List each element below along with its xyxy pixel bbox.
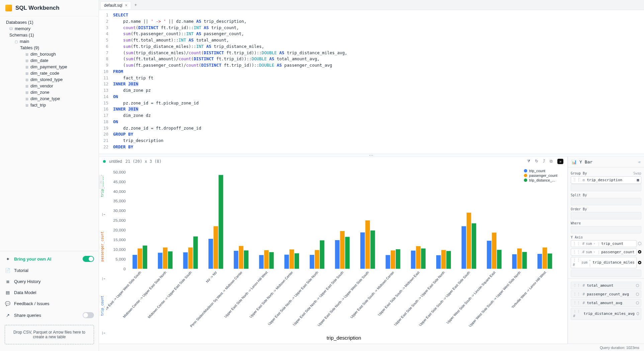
groupby-label: Group By — [571, 171, 587, 175]
add-tab-button[interactable]: + — [131, 2, 141, 7]
export-icon[interactable]: ⤴ — [543, 159, 545, 164]
yaxis-field-row[interactable]: ⋮⋮ #sum▾ |passenger_count — [571, 249, 641, 256]
svg-rect-64 — [467, 213, 471, 269]
orderby-label: Order By — [571, 207, 587, 211]
table-node[interactable]: fact_trip — [3, 102, 99, 108]
svg-rect-65 — [472, 223, 476, 269]
chart-config-pane: 📊 Y Bar « Group BySwap ⋮⋮ ⊞trip_descript… — [568, 157, 644, 344]
svg-rect-17 — [168, 251, 173, 269]
unused-field[interactable]: ⋮⋮ #total_amount_avg — [571, 299, 641, 307]
svg-text:NV -> NV: NV -> NV — [205, 270, 218, 283]
result-header: untitled 21 (20) x 3 (8) ⧩ ↻ ⤴ ⧉ » — [99, 157, 567, 166]
unused-field[interactable]: ⋮⋮ #passenger_count_avg — [571, 290, 641, 298]
svg-rect-63 — [462, 226, 466, 269]
file-dropzone[interactable]: Drop CSV, Parquet or Arrow files here to… — [5, 325, 94, 344]
svg-rect-59 — [436, 255, 441, 269]
copy-icon[interactable]: ⧉ — [550, 159, 553, 164]
svg-rect-31 — [259, 255, 264, 269]
share-icon: ↗ — [5, 313, 11, 318]
database-node[interactable]: memory — [3, 25, 99, 32]
svg-rect-11 — [132, 255, 137, 269]
svg-rect-73 — [522, 252, 527, 269]
svg-rect-23 — [208, 238, 213, 269]
svg-rect-57 — [421, 248, 426, 269]
groupby-field[interactable]: ⋮⋮ ⊞trip_description▦ — [571, 176, 641, 184]
sidebar-collapse-button[interactable]: ⟨ — [99, 176, 103, 189]
svg-text:Upper West Side South -> Upper: Upper West Side South -> Upper West Side… — [468, 271, 522, 328]
layers-icon: ▤ — [5, 290, 11, 295]
tables-node[interactable]: Tables (9) — [3, 45, 99, 51]
svg-text:Upper East Side South -> Midto: Upper East Side South -> Midtown East — [377, 270, 420, 316]
share-toggle-row[interactable]: ↗ Share queries — [5, 311, 94, 320]
axis-toggle[interactable] — [638, 261, 641, 264]
svg-text:20,000: 20,000 — [113, 228, 126, 232]
schemas-node[interactable]: Schemas (1) — [3, 32, 99, 38]
svg-rect-13 — [143, 245, 147, 269]
unused-field[interactable]: ⋮⋮ #trip_distance_miles_avg — [571, 308, 641, 320]
table-node[interactable]: dim_rate_code — [3, 70, 99, 76]
close-icon[interactable]: × — [125, 3, 127, 8]
table-icon — [25, 90, 28, 95]
table-node[interactable]: dim_borough — [3, 51, 99, 57]
filter-icon[interactable]: ⧩ — [527, 159, 530, 164]
chart-canvas[interactable]: trip_countpassenger_counttrip_distance_.… — [106, 167, 564, 343]
svg-rect-55 — [411, 251, 416, 269]
data-model-link[interactable]: ▤Data Model — [5, 289, 94, 296]
schema-node[interactable]: main — [3, 38, 99, 45]
svg-rect-28 — [239, 246, 244, 269]
groupby-add[interactable] — [571, 184, 641, 191]
table-node[interactable]: dim_stored_type — [3, 76, 99, 83]
yaxis-field-row[interactable]: ⋮⋮ #sum▾ |trip_count — [571, 240, 641, 247]
refresh-icon[interactable]: ↻ — [535, 159, 538, 164]
yaxis-strip: trip_distar |→ passenger_count |→ trip_c… — [100, 167, 106, 343]
tutorial-link[interactable]: 📄Tutorial — [5, 267, 94, 274]
svg-text:30,000: 30,000 — [113, 209, 126, 212]
byoai-toggle[interactable] — [83, 256, 94, 262]
chart-type-label[interactable]: Y Bar — [579, 159, 592, 164]
databases-node[interactable]: Databases (1) — [3, 19, 99, 25]
document-icon: 📄 — [5, 268, 11, 273]
axis-toggle[interactable] — [638, 250, 641, 254]
axis-toggle[interactable] — [638, 242, 641, 245]
app-logo-icon — [5, 5, 12, 11]
unused-field[interactable]: ⋮⋮ #total_amount — [571, 282, 641, 289]
query-history-link[interactable]: ≣Query History — [5, 278, 94, 285]
svg-rect-68 — [492, 232, 496, 269]
svg-rect-52 — [391, 250, 395, 269]
svg-rect-75 — [538, 254, 542, 269]
table-node[interactable]: dim_date — [3, 57, 99, 64]
schema-tree[interactable]: Databases (1) memory Schemas (1) main Ta… — [0, 16, 99, 251]
table-icon — [25, 96, 28, 101]
where-field[interactable] — [571, 226, 641, 233]
yaxis-field-row[interactable]: ⋮⋮ #sum▾ |trip_distance_miles — [571, 257, 641, 268]
svg-rect-19 — [183, 252, 188, 269]
svg-text:Midtown Center -> Upper East S: Midtown Center -> Upper East Side North — [122, 271, 167, 319]
svg-rect-45 — [345, 237, 350, 269]
swap-button[interactable]: Swap — [633, 171, 641, 175]
svg-text:Upper East Side South -> Upper: Upper East Side South -> Upper East Side… — [418, 271, 471, 327]
feedback-link[interactable]: 💬Feedback / Issues — [5, 300, 94, 307]
sql-editor[interactable]: 12345678910111213141516171819202122 SELE… — [99, 10, 644, 154]
svg-rect-37 — [294, 253, 299, 269]
tab-default-sql[interactable]: default.sql × — [100, 1, 131, 9]
svg-rect-40 — [315, 250, 319, 269]
share-toggle[interactable] — [83, 312, 94, 318]
svg-rect-41 — [320, 240, 325, 269]
byoai-toggle-row[interactable]: ✦ Bring your own AI — [5, 255, 94, 263]
svg-rect-16 — [163, 247, 168, 269]
results-area: untitled 21 (20) x 3 (8) ⧩ ↻ ⤴ ⧉ » trip_… — [99, 157, 644, 344]
svg-text:40,000: 40,000 — [113, 190, 126, 193]
pane-resize-handle[interactable] — [99, 154, 644, 157]
svg-rect-24 — [213, 226, 218, 269]
table-node[interactable]: dim_zone_type — [3, 95, 99, 102]
table-node[interactable]: dim_zone — [3, 89, 99, 95]
expand-button[interactable]: » — [557, 159, 563, 164]
svg-rect-43 — [335, 240, 340, 269]
table-node[interactable]: dim_vendor — [3, 83, 99, 89]
collapse-icon[interactable]: « — [638, 159, 641, 164]
splitby-field[interactable] — [571, 198, 641, 205]
svg-text:45,000: 45,000 — [113, 180, 126, 184]
orderby-field[interactable] — [571, 212, 641, 219]
table-node[interactable]: dim_payment_type — [3, 64, 99, 70]
yaxis-add[interactable] — [571, 270, 641, 277]
